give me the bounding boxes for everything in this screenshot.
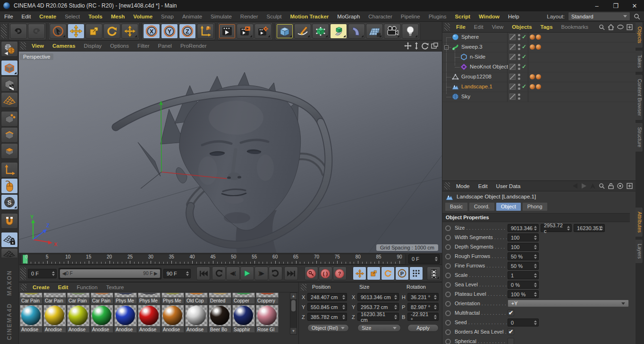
material-menu-edit[interactable]: Edit bbox=[54, 284, 73, 290]
keyframe-ring-icon[interactable] bbox=[445, 282, 451, 288]
next-key-button[interactable]: )▶ bbox=[254, 267, 268, 280]
camera-button[interactable] bbox=[384, 24, 401, 39]
key-rotation-button[interactable] bbox=[381, 267, 395, 280]
menu-select[interactable]: Select bbox=[60, 14, 84, 19]
material-name[interactable]: Anodise bbox=[185, 327, 208, 333]
value-field[interactable]: 100 % bbox=[508, 290, 539, 298]
value-field[interactable]: 50 % bbox=[508, 262, 539, 270]
material-preview[interactable] bbox=[114, 292, 137, 298]
material-grip[interactable] bbox=[21, 284, 26, 291]
menu-mesh[interactable]: Mesh bbox=[107, 14, 129, 19]
side-tab-attributes[interactable]: Attributes bbox=[636, 207, 643, 237]
material-name[interactable]: Car Pain bbox=[20, 298, 42, 304]
material-name[interactable]: Beer Bo bbox=[209, 327, 231, 333]
material-name[interactable]: Old Cop bbox=[185, 298, 208, 304]
tab-object[interactable]: Object bbox=[496, 202, 521, 211]
material-name[interactable]: Anodise bbox=[20, 327, 42, 333]
spinner-arrows-icon[interactable] bbox=[534, 226, 537, 231]
render-visibility-dot[interactable] bbox=[518, 97, 520, 100]
scroll-down-icon[interactable]: ▼ bbox=[290, 328, 297, 334]
material-name[interactable]: Phys Me bbox=[138, 298, 161, 304]
material-anodise[interactable]: Anodise bbox=[67, 305, 90, 333]
material-tag-icon[interactable] bbox=[530, 44, 535, 50]
material-preview[interactable] bbox=[138, 292, 161, 298]
lock-workplane-icon[interactable] bbox=[1, 232, 18, 248]
history-forward-icon[interactable] bbox=[581, 183, 587, 189]
sweep-generator-button[interactable] bbox=[330, 24, 347, 39]
material-car-pain[interactable]: Car Pain bbox=[67, 292, 90, 304]
value-field[interactable]: 1 bbox=[508, 271, 539, 279]
end-frame-field[interactable]: 90 F bbox=[163, 269, 191, 278]
texture-mode-icon[interactable] bbox=[1, 76, 18, 92]
minimize-button[interactable]: – bbox=[587, 0, 606, 11]
om-menu-view[interactable]: View bbox=[488, 24, 508, 30]
editor-visibility-dot[interactable] bbox=[518, 34, 520, 36]
om-grip[interactable] bbox=[444, 23, 450, 31]
spinner-arrows-icon[interactable] bbox=[342, 315, 345, 319]
toolbar-grip[interactable] bbox=[1, 24, 7, 38]
menu-simulate[interactable]: Simulate bbox=[206, 14, 236, 19]
pan-icon[interactable] bbox=[404, 42, 412, 50]
material-name[interactable]: Anodise bbox=[161, 327, 184, 333]
menu-motion-tracker[interactable]: Motion Tracker bbox=[286, 14, 333, 19]
keyframe-selection-button[interactable]: ? bbox=[333, 267, 347, 280]
keyframe-ring-icon[interactable] bbox=[445, 254, 451, 259]
material-preview[interactable] bbox=[114, 305, 137, 327]
material-name[interactable]: Phys Me bbox=[161, 298, 184, 304]
object-row-group12208[interactable]: Group12208 bbox=[442, 72, 636, 82]
add-panel-icon[interactable] bbox=[627, 24, 633, 30]
viewport-menu-prorender[interactable]: ProRender bbox=[176, 43, 211, 49]
tab-coord[interactable]: Coord. bbox=[469, 202, 495, 211]
om-menu-bookmarks[interactable]: Bookmarks bbox=[557, 24, 593, 30]
enabled-check-icon[interactable]: ✓ bbox=[522, 43, 526, 50]
redo-button[interactable] bbox=[28, 24, 45, 39]
keyframe-ring-icon[interactable] bbox=[445, 235, 451, 241]
menu-sculpt[interactable]: Sculpt bbox=[263, 14, 286, 19]
material-car-pain[interactable]: Car Pain bbox=[20, 292, 42, 304]
material-preview[interactable] bbox=[138, 305, 161, 327]
material-preview[interactable] bbox=[43, 305, 66, 327]
material-anodise[interactable]: Anodise bbox=[185, 305, 208, 333]
material-preview[interactable] bbox=[185, 292, 208, 298]
material-name[interactable]: Anodise bbox=[114, 327, 137, 333]
editor-visibility-dot[interactable] bbox=[518, 74, 520, 76]
material-preview[interactable] bbox=[161, 292, 184, 298]
key-parameter-button[interactable]: P bbox=[395, 267, 409, 280]
maximize-view-icon[interactable] bbox=[431, 43, 438, 49]
editor-visibility-dot[interactable] bbox=[518, 44, 520, 46]
layer-swatch-icon[interactable] bbox=[509, 44, 516, 50]
spinner-arrows-icon[interactable] bbox=[186, 271, 189, 276]
spinner-arrows-icon[interactable] bbox=[534, 264, 537, 268]
object-name[interactable]: Sky bbox=[461, 94, 470, 99]
material-tag-icon[interactable] bbox=[536, 34, 541, 40]
object-name[interactable]: Landscape.1 bbox=[461, 84, 492, 89]
lock-x-axis-button[interactable]: X bbox=[143, 24, 160, 39]
material-name[interactable]: Car Pain bbox=[91, 298, 113, 304]
mouse-input-icon[interactable] bbox=[1, 178, 18, 194]
menu-pipeline[interactable]: Pipeline bbox=[397, 14, 424, 19]
editor-visibility-dot[interactable] bbox=[518, 94, 520, 96]
live-selection-tool[interactable] bbox=[50, 24, 67, 39]
render-visibility-dot[interactable] bbox=[518, 77, 520, 80]
checkbox[interactable] bbox=[508, 338, 514, 344]
material-anodise[interactable]: Anodise bbox=[114, 305, 137, 333]
orientation-dropdown[interactable]: +Y bbox=[508, 300, 629, 307]
om-menu-file[interactable]: File bbox=[452, 24, 470, 30]
workplane-mode-icon[interactable] bbox=[1, 92, 18, 108]
value-field[interactable]: 100 bbox=[508, 243, 539, 251]
keyframe-ring-icon[interactable] bbox=[445, 273, 451, 278]
material-car-pain[interactable]: Car Pain bbox=[43, 292, 66, 304]
coord-value-field[interactable]: 550.845 cm bbox=[307, 303, 347, 311]
close-button[interactable]: ✕ bbox=[625, 0, 644, 11]
material-tag-icon[interactable] bbox=[536, 44, 541, 50]
spinner-arrows-icon[interactable] bbox=[600, 226, 603, 231]
material-preview[interactable] bbox=[256, 305, 279, 327]
checkbox[interactable]: ✔ bbox=[508, 328, 514, 335]
model-mode-icon[interactable] bbox=[1, 60, 18, 76]
menu-animate[interactable]: Animate bbox=[178, 14, 206, 19]
material-tag-icon[interactable] bbox=[530, 84, 535, 89]
material-preview[interactable] bbox=[20, 305, 42, 327]
object-row-sky[interactable]: Sky bbox=[442, 92, 636, 102]
object-name[interactable]: NeoKnot Object bbox=[470, 64, 508, 69]
material-beer-bo[interactable]: Beer Bo bbox=[209, 305, 231, 333]
